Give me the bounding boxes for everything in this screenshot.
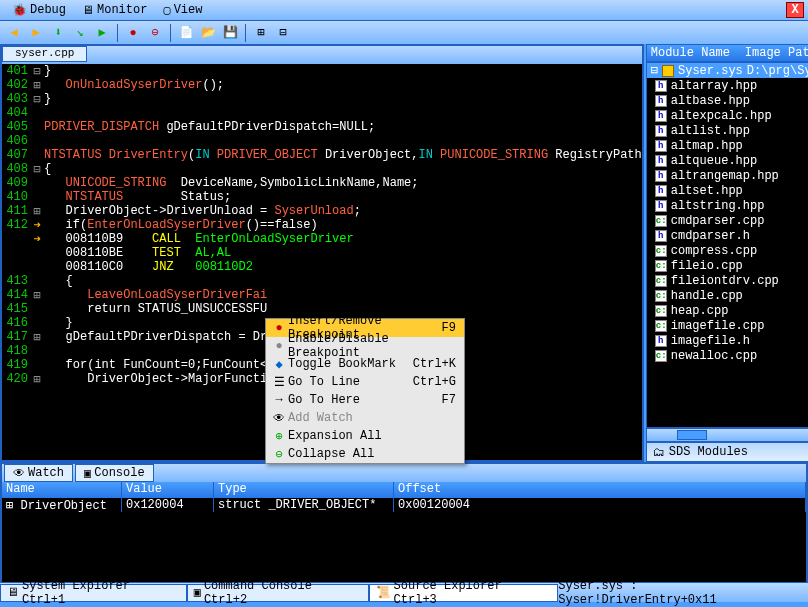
collapse-icon[interactable]: ⊟ [273, 23, 293, 43]
col-image-path[interactable]: Image Pat [745, 46, 808, 60]
menu-monitor[interactable]: 🖥Monitor [74, 3, 155, 18]
run-icon[interactable]: ▶ [92, 23, 112, 43]
code-line[interactable]: ➜ 008110B9 CALL EnterOnLoadSyserDriver [2, 232, 642, 246]
bm-icon: ◆ [270, 357, 288, 371]
module-item[interactable]: haltbase.hpp [647, 93, 808, 108]
module-item[interactable]: haltexpcalc.hpp [647, 108, 808, 123]
step-over-icon[interactable]: ⬇ [48, 23, 68, 43]
code-line[interactable]: 408⊟{ [2, 162, 642, 176]
file-tab[interactable]: syser.cpp [2, 46, 87, 62]
status-text: Syser.sys : Syser!DriverEntry+0x11 [558, 579, 808, 607]
module-item[interactable]: haltrangemap.hpp [647, 168, 808, 183]
code-line[interactable]: 008110BE TEST AL,AL [2, 246, 642, 260]
file-icon: c: [655, 275, 667, 287]
watch-tab[interactable]: 👁Watch [4, 464, 73, 482]
code-line[interactable]: 405PDRIVER_DISPATCH gDefaultPDriverDispa… [2, 120, 642, 134]
file-icon: c: [655, 260, 667, 272]
exp-icon: ⊕ [270, 429, 288, 443]
watch-panel: 👁Watch ▣Console Name Value Type Offset ⊞… [0, 462, 808, 582]
context-menu: ●Insert/Remove BreakpointF9●Enable/Disab… [265, 318, 465, 464]
col-icon: ⊖ [270, 447, 288, 461]
code-line[interactable]: 410 NTSTATUS Status; [2, 190, 642, 204]
module-item[interactable]: haltstring.hpp [647, 198, 808, 213]
module-item[interactable]: c:imagefile.cpp [647, 318, 808, 333]
module-item[interactable]: c:cmdparser.cpp [647, 213, 808, 228]
module-item[interactable]: haltset.hpp [647, 183, 808, 198]
module-item[interactable]: ⊟ Syser.sysD:\prg\Sy [647, 63, 808, 78]
here-icon: → [270, 393, 288, 407]
source-icon: 📜 [376, 585, 391, 600]
system-icon: 🖥 [7, 585, 19, 600]
context-menu-item[interactable]: ●Enable/Disable Breakpoint [266, 337, 464, 355]
system-explorer-button[interactable]: 🖥System Explorer Ctrl+1 [0, 584, 187, 602]
code-line[interactable]: 414⊞ LeaveOnLoadSyserDriverFai [2, 288, 642, 302]
module-item[interactable]: c:fileio.cpp [647, 258, 808, 273]
module-item[interactable]: himagefile.h [647, 333, 808, 348]
module-item[interactable]: c:handle.cpp [647, 288, 808, 303]
col-name[interactable]: Name [2, 482, 122, 498]
file-icon: h [655, 170, 667, 182]
bug-icon: 🐞 [12, 3, 27, 18]
file-icon: h [655, 185, 667, 197]
col-offset[interactable]: Offset [394, 482, 806, 498]
file-icon: h [655, 140, 667, 152]
code-line[interactable]: 407NTSTATUS DriverEntry(IN PDRIVER_OBJEC… [2, 148, 642, 162]
file-icon: h [655, 80, 667, 92]
code-line[interactable]: 413 { [2, 274, 642, 288]
context-menu-item[interactable]: →Go To HereF7 [266, 391, 464, 409]
code-line[interactable]: 412➜ if(EnterOnLoadSyserDriver()==false) [2, 218, 642, 232]
expand-icon[interactable]: ⊞ [251, 23, 271, 43]
file-icon: h [655, 200, 667, 212]
code-line[interactable]: 404 [2, 106, 642, 120]
module-item[interactable]: c:fileiontdrv.cpp [647, 273, 808, 288]
module-item[interactable]: c:compress.cpp [647, 243, 808, 258]
monitor-icon: 🖥 [82, 3, 94, 18]
scroll-thumb[interactable] [677, 430, 707, 440]
bp2-icon: ● [270, 339, 288, 353]
close-button[interactable]: X [786, 2, 804, 18]
new-file-icon[interactable]: 📄 [176, 23, 196, 43]
module-item[interactable]: c:heap.cpp [647, 303, 808, 318]
module-item[interactable]: haltmap.hpp [647, 138, 808, 153]
watch-row[interactable]: ⊞ DriverObject 0x120004 struct _DRIVER_O… [2, 498, 806, 512]
col-value[interactable]: Value [122, 482, 214, 498]
code-line[interactable]: 406 [2, 134, 642, 148]
code-line[interactable]: 008110C0 JNZ 008110D2 [2, 260, 642, 274]
console-icon: ▣ [84, 466, 91, 481]
module-list[interactable]: ⊟ Syser.sysD:\prg\Sy haltarray.hpp haltb… [646, 62, 808, 428]
context-menu-item[interactable]: ☰Go To LineCtrl+G [266, 373, 464, 391]
module-item[interactable]: hcmdparser.h [647, 228, 808, 243]
col-type[interactable]: Type [214, 482, 394, 498]
module-item[interactable]: haltlist.hpp [647, 123, 808, 138]
save-icon[interactable]: 💾 [220, 23, 240, 43]
code-line[interactable]: 402⊞ OnUnloadSyserDriver(); [2, 78, 642, 92]
code-line[interactable]: 409 UNICODE_STRING DeviceName,SymbolicLi… [2, 176, 642, 190]
arrow-left-icon[interactable]: ◀ [4, 23, 24, 43]
command-console-button[interactable]: ▣Command Console Ctrl+2 [187, 584, 369, 602]
step-into-icon[interactable]: ↘ [70, 23, 90, 43]
context-menu-item[interactable]: ⊖Collapse All [266, 445, 464, 463]
module-item[interactable]: haltqueue.hpp [647, 153, 808, 168]
file-icon: c: [655, 305, 667, 317]
sds-modules-tab[interactable]: 🗂 SDS Modules [646, 442, 808, 462]
code-line[interactable]: 401⊟} [2, 64, 642, 78]
context-menu-item[interactable]: ◆Toggle BookMarkCtrl+K [266, 355, 464, 373]
module-item[interactable]: c:newalloc.cpp [647, 348, 808, 363]
view-icon: ▢ [163, 3, 170, 18]
code-line[interactable]: 403⊟} [2, 92, 642, 106]
arrow-right-icon[interactable]: ▶ [26, 23, 46, 43]
open-file-icon[interactable]: 📂 [198, 23, 218, 43]
breakpoint-remove-icon[interactable]: ⊖ [145, 23, 165, 43]
col-module-name[interactable]: Module Name [651, 46, 745, 60]
module-hscroll[interactable] [646, 428, 808, 442]
context-menu-item[interactable]: ⊕Expansion All [266, 427, 464, 445]
module-item[interactable]: haltarray.hpp [647, 78, 808, 93]
bp-icon: ● [270, 321, 288, 335]
source-explorer-button[interactable]: 📜Source Explorer Ctrl+3 [369, 584, 559, 602]
menu-view[interactable]: ▢View [155, 3, 210, 18]
console-tab[interactable]: ▣Console [75, 464, 154, 482]
code-line[interactable]: 411⊞ DriverObject->DriverUnload = SyserU… [2, 204, 642, 218]
menu-debug[interactable]: 🐞Debug [4, 3, 74, 18]
file-icon: c: [655, 290, 667, 302]
breakpoint-add-icon[interactable]: ● [123, 23, 143, 43]
